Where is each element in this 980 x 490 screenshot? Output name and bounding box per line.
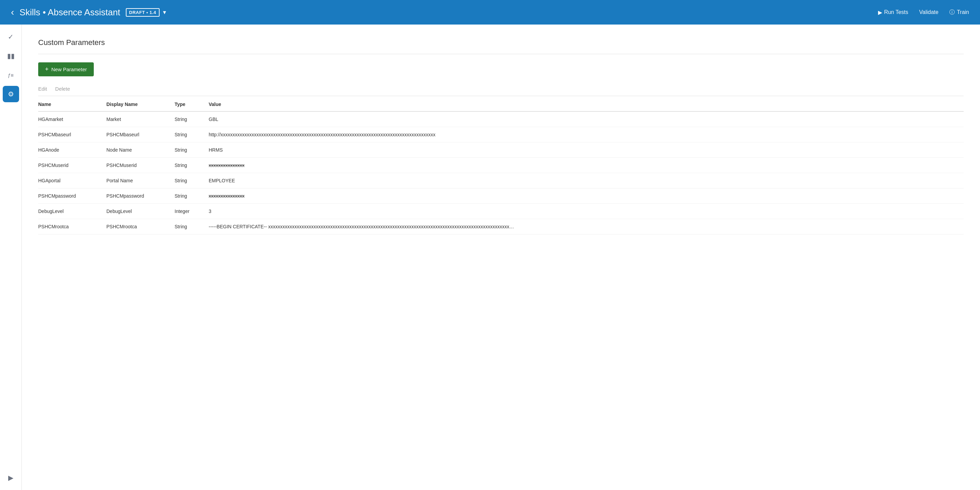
cell-name: HGAmarket [38, 111, 107, 127]
header-actions: ▶ Run Tests Validate ⓘ Train [878, 9, 969, 16]
table-row[interactable]: PSHCMuseridPSHCMuseridStringxxxxxxxxxxxx… [38, 158, 964, 173]
cell-value: GBL [209, 111, 964, 127]
col-header-name: Name [38, 97, 107, 111]
settings-icon: ⚙ [8, 90, 14, 98]
cell-name: PSHCMrootca [38, 219, 107, 235]
train-label: Train [957, 9, 969, 15]
page-title: Skills • Absence Assistant [19, 7, 120, 18]
cell-type: String [175, 173, 209, 189]
check-icon: ✓ [8, 33, 14, 41]
run-tests-button[interactable]: ▶ Run Tests [878, 9, 908, 16]
cell-value: xxxxxxxxxxxxxxx [209, 158, 964, 173]
col-header-type: Type [175, 97, 209, 111]
run-tests-label: Run Tests [884, 9, 908, 15]
cell-value: xxxxxxxxxxxxxxx [209, 189, 964, 204]
play-icon: ▶ [878, 9, 882, 16]
col-header-display: Display Name [107, 97, 175, 111]
table-row[interactable]: HGAportalPortal NameStringEMPLOYEE [38, 173, 964, 189]
edit-button[interactable]: Edit [38, 84, 47, 93]
cell-name: PSHCMbaseurl [38, 127, 107, 143]
parameters-table: Name Display Name Type Value HGAmarketMa… [38, 97, 964, 235]
cell-display-name: Market [107, 111, 175, 127]
new-parameter-label: New Parameter [51, 67, 87, 72]
table-row[interactable]: PSHCMpasswordPSHCMpasswordStringxxxxxxxx… [38, 189, 964, 204]
cell-value: HRMS [209, 143, 964, 158]
table-actions-bar: Edit Delete [38, 84, 964, 96]
table-header: Name Display Name Type Value [38, 97, 964, 111]
table-row[interactable]: PSHCMbaseurlPSHCMbaseurlStringhttp://xxx… [38, 127, 964, 143]
cell-value: 3 [209, 204, 964, 219]
cell-display-name: PSHCMpassword [107, 189, 175, 204]
cell-type: String [175, 143, 209, 158]
back-button[interactable]: ‹ [11, 7, 14, 18]
version-badge: DRAFT • 1.4 [126, 8, 159, 17]
cell-display-name: PSHCMbaseurl [107, 127, 175, 143]
app-header: ‹ Skills • Absence Assistant DRAFT • 1.4… [0, 0, 980, 25]
cell-display-name: Node Name [107, 143, 175, 158]
info-icon: ⓘ [949, 9, 955, 16]
sidebar-item-chart[interactable]: ▮▮ [3, 48, 19, 64]
chart-icon: ▮▮ [7, 52, 15, 60]
cell-type: Integer [175, 204, 209, 219]
cell-type: String [175, 189, 209, 204]
sidebar-item-check[interactable]: ✓ [3, 29, 19, 45]
validate-label: Validate [919, 9, 939, 15]
cell-value: EMPLOYEE [209, 173, 964, 189]
main-content: Custom Parameters + New Parameter Edit D… [22, 25, 980, 490]
sidebar-item-play[interactable]: ▶ [3, 469, 19, 486]
cell-name: HGAnode [38, 143, 107, 158]
dropdown-icon[interactable]: ▾ [163, 8, 166, 16]
table-row[interactable]: HGAnodeNode NameStringHRMS [38, 143, 964, 158]
cell-name: PSHCMuserid [38, 158, 107, 173]
cell-name: HGAportal [38, 173, 107, 189]
cell-type: String [175, 219, 209, 235]
cell-name: PSHCMpassword [38, 189, 107, 204]
train-button[interactable]: ⓘ Train [949, 9, 969, 16]
table-body: HGAmarketMarketStringGBLPSHCMbaseurlPSHC… [38, 111, 964, 235]
table-row[interactable]: DebugLevelDebugLevelInteger3 [38, 204, 964, 219]
section-divider [38, 54, 964, 54]
sidebar: ✓ ▮▮ ƒ≡ ⚙ ▶ [0, 25, 22, 490]
cell-display-name: Portal Name [107, 173, 175, 189]
plus-icon: + [45, 66, 49, 73]
sidebar-item-settings[interactable]: ⚙ [3, 86, 19, 102]
main-layout: ✓ ▮▮ ƒ≡ ⚙ ▶ Custom Parameters + New Para… [0, 25, 980, 490]
cell-type: String [175, 127, 209, 143]
new-parameter-button[interactable]: + New Parameter [38, 62, 94, 76]
cell-value: http://xxxxxxxxxxxxxxxxxxxxxxxxxxxxxxxxx… [209, 127, 964, 143]
cell-display-name: PSHCMuserid [107, 158, 175, 173]
sidebar-item-formula[interactable]: ƒ≡ [3, 67, 19, 83]
validate-button[interactable]: Validate [919, 9, 939, 15]
cell-value: -----BEGIN CERTIFICATE-- xxxxxxxxxxxxxxx… [209, 219, 964, 235]
cell-type: String [175, 158, 209, 173]
play-triangle-icon: ▶ [8, 474, 13, 482]
section-title: Custom Parameters [38, 38, 964, 47]
cell-display-name: PSHCMrootca [107, 219, 175, 235]
delete-button[interactable]: Delete [55, 84, 70, 93]
col-header-value: Value [209, 97, 964, 111]
cell-name: DebugLevel [38, 204, 107, 219]
table-row[interactable]: PSHCMrootcaPSHCMrootcaString-----BEGIN C… [38, 219, 964, 235]
formula-icon: ƒ≡ [8, 72, 14, 78]
table-row[interactable]: HGAmarketMarketStringGBL [38, 111, 964, 127]
cell-type: String [175, 111, 209, 127]
cell-display-name: DebugLevel [107, 204, 175, 219]
